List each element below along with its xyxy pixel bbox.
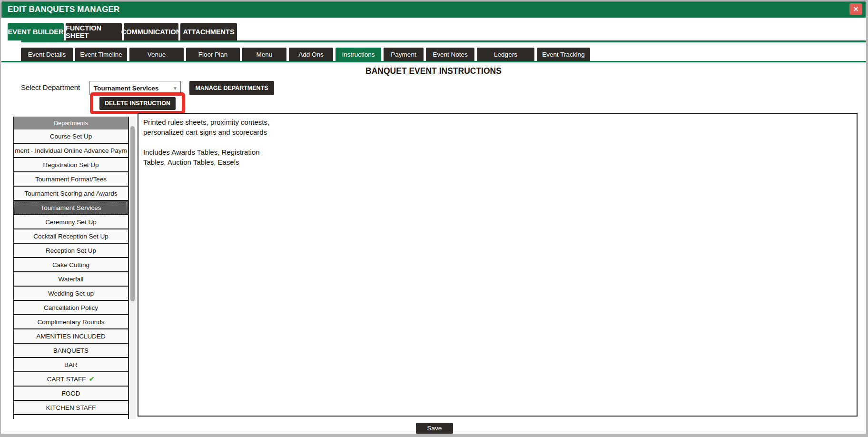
delete-instruction-button[interactable]: DELETE INSTRUCTION: [99, 97, 176, 110]
department-row-label: Cancellation Policy: [44, 304, 98, 311]
edit-banquets-manager-window: EDIT BANQUETS MANAGER ✕ EVENT BUILDERFUN…: [0, 0, 868, 437]
secondary-tab-row: Event DetailsEvent TimelineVenueFloor Pl…: [21, 48, 590, 61]
department-row-ceremony-set-up[interactable]: Ceremony Set Up: [14, 215, 128, 229]
department-row-wedding-set-up[interactable]: Wedding Set up: [14, 287, 128, 301]
department-row-cancellation-policy[interactable]: Cancellation Policy: [14, 301, 128, 315]
departments-list-header: Departments: [14, 117, 128, 129]
departments-rows: Course Set Upment - Individual Online Ad…: [14, 129, 128, 415]
secondary-tab-ledgers[interactable]: Ledgers: [477, 48, 534, 61]
department-row-reception-set-up[interactable]: Reception Set Up: [14, 244, 128, 258]
department-row-label: AMENITIES INCLUDED: [36, 333, 106, 340]
department-row-food[interactable]: FOOD: [14, 387, 128, 401]
departments-list: Departments Course Set Upment - Individu…: [13, 117, 129, 419]
secondary-tab-event-tracking[interactable]: Event Tracking: [537, 48, 590, 61]
department-row-label: Complimentary Rounds: [37, 318, 104, 326]
department-row-course-set-up[interactable]: Course Set Up: [14, 129, 128, 144]
secondary-tab-venue[interactable]: Venue: [129, 48, 184, 61]
manage-departments-button[interactable]: MANAGE DEPARTMENTS: [189, 81, 274, 95]
department-row-amenities-included[interactable]: AMENITIES INCLUDED: [14, 329, 128, 344]
department-select-value: Tournament Services: [90, 85, 170, 92]
secondary-tab-instructions[interactable]: Instructions: [335, 48, 381, 61]
department-row-waterfall[interactable]: Waterfall: [14, 272, 128, 287]
department-row-banquets[interactable]: BANQUETS: [14, 344, 128, 358]
department-row-label: BAR: [64, 361, 78, 368]
department-row-kitchen-staff[interactable]: KITCHEN STAFF: [14, 401, 128, 415]
department-row-label: Cake Cutting: [52, 261, 89, 268]
delete-instruction-highlight: DELETE INSTRUCTION: [90, 92, 185, 114]
department-row-label: BANQUETS: [53, 347, 89, 354]
department-row-label: Cocktail Reception Set Up: [33, 233, 108, 240]
department-row-cake-cutting[interactable]: Cake Cutting: [14, 258, 128, 272]
department-row-tournament-services[interactable]: Tournament Services: [14, 201, 128, 215]
secondary-tab-underline: [1, 61, 866, 62]
primary-tab-function-sheet[interactable]: FUNCTION SHEET: [66, 23, 122, 40]
instruction-text-area[interactable]: Printed rules sheets, proximity contests…: [138, 113, 858, 417]
department-row-cart-staff[interactable]: CART STAFF✔: [14, 372, 128, 387]
secondary-tab-add-ons[interactable]: Add Ons: [289, 48, 333, 61]
departments-scrollbar[interactable]: [129, 117, 136, 419]
department-row-cocktail-reception-set-up[interactable]: Cocktail Reception Set Up: [14, 229, 128, 244]
department-row-tournament-format-tees[interactable]: Tournament Format/Tees: [14, 172, 128, 187]
primary-tab-underline: [21, 40, 866, 42]
department-row-label: KITCHEN STAFF: [46, 404, 96, 411]
department-row-label: Tournament Format/Tees: [35, 176, 107, 183]
title-bar: EDIT BANQUETS MANAGER: [1, 1, 866, 18]
department-row-registration-set-up[interactable]: Registration Set Up: [14, 158, 128, 172]
page-title: BANQUET EVENT INSTRUCTIONS: [1, 66, 866, 76]
department-row-label: Tournament Services: [41, 204, 101, 211]
secondary-tab-event-details[interactable]: Event Details: [21, 48, 73, 61]
secondary-tab-payment[interactable]: Payment: [384, 48, 424, 61]
department-row-label: CART STAFF: [47, 376, 86, 383]
save-button[interactable]: Save: [416, 423, 453, 434]
department-row-label: ment - Individual Online Advance Paym: [15, 147, 127, 154]
primary-tab-communication[interactable]: COMMUNICATION: [124, 23, 178, 40]
primary-tab-event-builder[interactable]: EVENT BUILDER: [8, 23, 64, 40]
department-row-label: Waterfall: [59, 276, 84, 283]
primary-tab-attachments[interactable]: ATTACHMENTS: [180, 23, 237, 40]
instruction-text: Printed rules sheets, proximity contests…: [138, 114, 857, 170]
department-row-label: Wedding Set up: [48, 290, 94, 297]
close-button[interactable]: ✕: [849, 3, 862, 15]
chevron-down-icon: ▼: [170, 86, 180, 91]
department-row-label: FOOD: [62, 390, 80, 397]
department-row-label: Registration Set Up: [43, 161, 99, 169]
secondary-tab-event-notes[interactable]: Event Notes: [426, 48, 474, 61]
department-row-bar[interactable]: BAR: [14, 358, 128, 372]
checkmark-icon: ✔: [89, 375, 95, 383]
department-row-label: Ceremony Set Up: [45, 218, 96, 226]
primary-tab-row: EVENT BUILDERFUNCTION SHEETCOMMUNICATION…: [8, 23, 237, 40]
close-icon: ✕: [853, 5, 859, 13]
department-row-complimentary-rounds[interactable]: Complimentary Rounds: [14, 315, 128, 329]
secondary-tab-menu[interactable]: Menu: [242, 48, 286, 61]
department-row-label: Course Set Up: [50, 133, 92, 140]
department-row-label: Reception Set Up: [46, 247, 96, 254]
department-row-tournament-scoring-and-awards[interactable]: Tournament Scoring and Awards: [14, 187, 128, 201]
secondary-tab-event-timeline[interactable]: Event Timeline: [75, 48, 127, 61]
departments-scrollbar-thumb[interactable]: [130, 126, 135, 301]
department-row-ment-individual-online-advance-paym[interactable]: ment - Individual Online Advance Paym: [14, 144, 128, 158]
select-department-label: Select Department: [21, 83, 80, 91]
secondary-tab-floor-plan[interactable]: Floor Plan: [186, 48, 240, 61]
window-title: EDIT BANQUETS MANAGER: [1, 5, 120, 14]
department-row-label: Tournament Scoring and Awards: [25, 190, 118, 197]
